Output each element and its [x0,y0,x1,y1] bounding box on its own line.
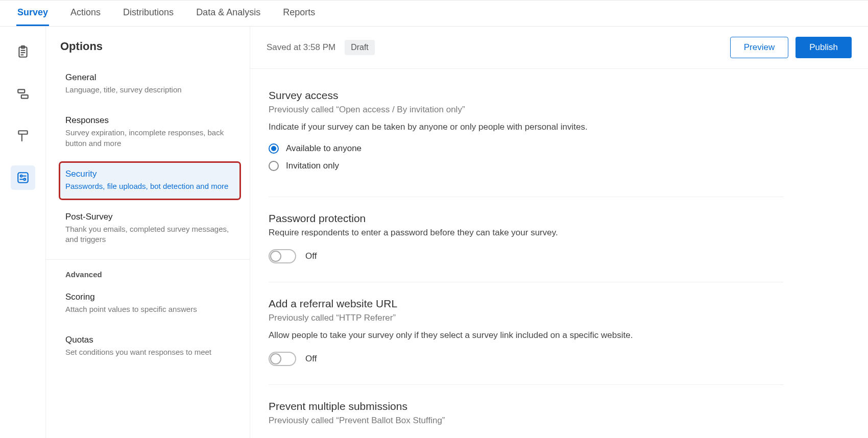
preview-button[interactable]: Preview [730,37,788,58]
svg-rect-7 [18,131,27,134]
tab-data-analysis[interactable]: Data & Analysis [195,1,261,26]
section-subtitle: Previously called “Prevent Ballot Box St… [269,416,783,426]
saved-timestamp: Saved at 3:58 PM [267,42,335,53]
section-title: Password protection [269,212,783,225]
sidebar-divider [46,259,250,260]
section-survey-access: Survey access Previously called “Open ac… [269,89,783,197]
password-toggle[interactable] [269,249,296,263]
sidebar-title: Options [60,40,239,53]
section-title: Add a referral website URL [269,298,783,310]
section-help: Indicate if your survey can be taken by … [269,122,783,132]
sidebar-item-scoring[interactable]: Scoring Attach point values to specific … [60,286,239,322]
sidebar-header-advanced: Advanced [60,270,239,286]
radio-label: Invitation only [286,161,339,171]
referral-toggle[interactable] [269,352,296,366]
primary-tabs: Survey Actions Distributions Data & Anal… [0,0,868,27]
sidebar-item-desc: Survey expiration, incomplete responses,… [65,128,234,149]
radio-icon [269,161,279,171]
section-prevent-multiple: Prevent multiple submissions Previously … [269,400,783,438]
sidebar-item-label: General [65,72,234,83]
tab-actions[interactable]: Actions [69,1,102,26]
sidebar-item-desc: Passwords, file uploads, bot detection a… [65,181,234,191]
radio-icon [269,143,279,154]
sidebar-item-quotas[interactable]: Quotas Set conditions you want responses… [60,329,239,364]
options-icon[interactable] [11,165,35,190]
content: Saved at 3:58 PM Draft Preview Publish S… [250,27,868,438]
sidebar-item-label: Quotas [65,335,234,345]
svg-rect-6 [21,95,28,99]
sidebar-item-general[interactable]: General Language, title, survey descript… [60,66,239,102]
content-header: Saved at 3:58 PM Draft Preview Publish [250,27,868,69]
section-help: Allow people to take your survey only if… [269,330,783,340]
sidebar-item-label: Security [65,169,234,179]
toggle-state-label: Off [305,251,317,261]
tab-survey[interactable]: Survey [16,1,49,26]
radio-label: Available to anyone [286,143,361,154]
radio-available-anyone[interactable]: Available to anyone [269,143,783,154]
svg-point-10 [20,175,22,177]
section-subtitle: Previously called “Open access / By invi… [269,105,783,115]
sidebar-item-label: Post-Survey [65,212,234,222]
status-badge: Draft [345,40,375,55]
section-referral-url: Add a referral website URL Previously ca… [269,298,783,385]
svg-rect-5 [18,89,25,93]
sidebar-item-security[interactable]: Security Passwords, file uploads, bot de… [60,163,239,199]
section-help: Require respondents to enter a password … [269,228,783,238]
sidebar-item-desc: Language, title, survey description [65,85,234,95]
content-body: Survey access Previously called “Open ac… [250,69,802,438]
tab-reports[interactable]: Reports [282,1,316,26]
svg-point-12 [23,178,26,180]
look-feel-icon[interactable] [11,124,35,148]
icon-rail [0,27,46,438]
tab-distributions[interactable]: Distributions [122,1,175,26]
toggle-state-label: Off [305,354,317,364]
svg-rect-9 [18,173,28,183]
sidebar-item-responses[interactable]: Responses Survey expiration, incomplete … [60,109,239,156]
sidebar-item-desc: Thank you emails, completed survey messa… [65,224,234,245]
sidebar-item-desc: Attach point values to specific answers [65,304,234,314]
options-sidebar: Options General Language, title, survey … [46,27,250,438]
flow-icon[interactable] [11,82,35,106]
sidebar-item-label: Responses [65,115,234,126]
sidebar-item-label: Scoring [65,292,234,302]
sidebar-item-post-survey[interactable]: Post-Survey Thank you emails, completed … [60,206,239,252]
sidebar-item-desc: Set conditions you want responses to mee… [65,347,234,357]
clipboard-icon[interactable] [11,40,35,64]
section-password-protection: Password protection Require respondents … [269,212,783,282]
section-title: Prevent multiple submissions [269,400,783,412]
publish-button[interactable]: Publish [795,37,852,58]
section-title: Survey access [269,89,783,102]
section-subtitle: Previously called “HTTP Referer” [269,313,783,323]
radio-invitation-only[interactable]: Invitation only [269,161,783,171]
